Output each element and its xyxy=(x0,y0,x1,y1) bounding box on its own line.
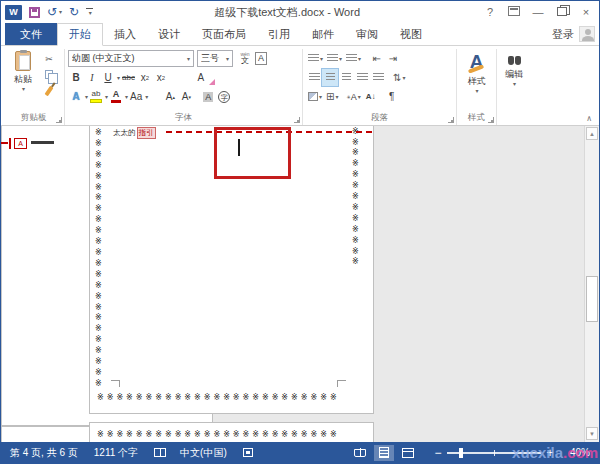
scroll-down-button[interactable]: ▼ xyxy=(586,427,598,440)
sign-in-button[interactable]: 登录 xyxy=(552,23,599,45)
close-button[interactable]: × xyxy=(577,4,595,20)
cut-button[interactable]: ✂ xyxy=(40,51,58,66)
proofing-status-icon[interactable] xyxy=(154,448,166,457)
zoom-out-button[interactable]: − xyxy=(432,446,444,460)
line-spacing-caret-icon: ▾ xyxy=(402,75,405,81)
phonetic-bottom-text: 文 xyxy=(241,57,249,65)
styles-icon: A xyxy=(470,52,484,72)
text-effects-button[interactable]: A xyxy=(68,88,84,105)
increase-indent-button[interactable]: ⇥ xyxy=(385,50,401,67)
justify-button[interactable] xyxy=(354,69,370,86)
collapse-ribbon-button[interactable]: ∧ xyxy=(586,114,592,123)
font-name-combobox[interactable]: 幼圆 (中文正文) ▾ xyxy=(68,50,194,67)
macro-recording-icon[interactable] xyxy=(243,448,253,457)
tab-references[interactable]: 引用 xyxy=(257,23,301,45)
tab-review[interactable]: 审阅 xyxy=(345,23,389,45)
distribute-button[interactable] xyxy=(370,69,386,86)
underline-button[interactable]: U xyxy=(100,69,116,86)
italic-button[interactable]: I xyxy=(84,69,100,86)
highlight-button[interactable]: ab xyxy=(88,88,104,105)
shading-button[interactable]: ▾ xyxy=(306,88,324,105)
vertical-scrollbar[interactable]: ▲ ▼ xyxy=(584,126,599,442)
shading-icon xyxy=(308,92,318,101)
scrollbar-thumb[interactable] xyxy=(586,276,598,322)
asian-layout-a: A xyxy=(351,92,357,102)
word-count[interactable]: 1211 个字 xyxy=(94,446,138,460)
align-center-button[interactable] xyxy=(322,69,338,86)
shrink-font-button[interactable]: A▾ xyxy=(178,88,194,105)
numbering-button[interactable]: ▾ xyxy=(325,50,344,67)
clear-formatting-button[interactable]: A xyxy=(193,69,209,86)
asian-layout-button[interactable]: ✳A▾ xyxy=(344,88,362,105)
font-size-combobox[interactable]: 三号 ▾ xyxy=(197,50,233,67)
language-indicator[interactable]: 中文(中国) xyxy=(180,446,227,460)
ribbon-display-options-button[interactable] xyxy=(505,4,523,20)
minimize-button[interactable]: — xyxy=(529,4,547,20)
copy-button[interactable] xyxy=(40,67,58,82)
group-clipboard: 粘贴 ▾ ✂ 剪贴板 xyxy=(3,49,65,125)
sort-button[interactable]: A↓ xyxy=(363,88,379,105)
document-canvas[interactable]: ※※※※※※※※※※※※※※※※※※※※※※※※ ※※※※※※※※※※※※※※※… xyxy=(1,126,599,442)
read-mode-button[interactable] xyxy=(350,445,370,461)
zoom-level[interactable]: 40% xyxy=(560,447,590,458)
line-spacing-button[interactable]: ⇅▾ xyxy=(391,69,407,86)
text-cursor xyxy=(238,139,240,156)
qat-customize-button[interactable]: ▾ xyxy=(86,8,93,16)
align-left-button[interactable] xyxy=(306,69,322,86)
callout-box[interactable]: A xyxy=(14,138,27,149)
tab-design[interactable]: 设计 xyxy=(147,23,191,45)
web-layout-button[interactable] xyxy=(398,445,418,461)
grow-font-button[interactable]: A▴ xyxy=(162,88,178,105)
group-font: 幼圆 (中文正文) ▾ 三号 ▾ wén 文 A B I U ▾ abc x2 … xyxy=(65,49,303,125)
font-color-button[interactable]: A xyxy=(108,88,124,105)
strikethrough-button[interactable]: abc xyxy=(120,69,137,86)
page-indicator[interactable]: 第 4 页, 共 6 页 xyxy=(10,446,78,460)
styles-button[interactable]: A 样式 ▾ xyxy=(460,49,493,112)
bold-button[interactable]: B xyxy=(68,69,84,86)
print-layout-button[interactable] xyxy=(374,445,394,461)
decrease-indent-button[interactable]: ⇤ xyxy=(369,50,385,67)
scroll-up-button[interactable]: ▲ xyxy=(586,127,598,140)
redo-button[interactable]: ↻ xyxy=(69,6,79,18)
superscript-button[interactable]: x2 xyxy=(153,69,169,86)
tab-page-layout[interactable]: 页面布局 xyxy=(191,23,257,45)
change-case-button[interactable]: Aa xyxy=(128,88,144,105)
save-icon[interactable] xyxy=(29,7,40,18)
justify-icon xyxy=(357,73,368,82)
zoom-slider[interactable] xyxy=(447,452,541,454)
format-painter-button[interactable] xyxy=(40,83,58,98)
zoom-in-button[interactable]: + xyxy=(544,446,556,460)
help-button[interactable]: ? xyxy=(481,4,499,20)
show-marks-button[interactable]: ¶ xyxy=(384,88,400,105)
enclose-characters-button[interactable]: 字 xyxy=(216,88,232,105)
zoom-slider-thumb[interactable] xyxy=(459,448,463,458)
borders-button[interactable]: ⊞▾ xyxy=(324,88,340,105)
multilevel-list-button[interactable]: ▾ xyxy=(344,50,363,67)
paste-caret-icon[interactable]: ▾ xyxy=(22,86,25,92)
paragraph-dialog-launcher[interactable] xyxy=(448,117,454,123)
paste-clipboard-icon xyxy=(15,51,31,71)
subscript-button[interactable]: x2 xyxy=(137,69,153,86)
undo-button[interactable]: ↺ ▾ xyxy=(47,6,62,18)
undo-caret-icon[interactable]: ▾ xyxy=(59,9,62,15)
tab-view[interactable]: 视图 xyxy=(389,23,433,45)
bullets-button[interactable]: ▾ xyxy=(306,50,325,67)
restore-button[interactable] xyxy=(553,4,571,20)
character-border-button[interactable]: A xyxy=(253,50,269,67)
paste-button[interactable]: 粘贴 ▾ xyxy=(6,49,40,112)
multilevel-caret-icon: ▾ xyxy=(358,56,361,62)
document-page-2[interactable]: ※※※※※※※※※※※※※※※※※※※※※※※※※ xyxy=(89,422,374,442)
phonetic-guide-button[interactable]: wén 文 xyxy=(237,50,253,67)
tab-insert[interactable]: 插入 xyxy=(103,23,147,45)
character-shading-button[interactable]: A xyxy=(200,88,216,105)
word-logo-icon[interactable]: W xyxy=(5,5,22,20)
tab-mailings[interactable]: 邮件 xyxy=(301,23,345,45)
align-right-button[interactable] xyxy=(338,69,354,86)
clipboard-dialog-launcher[interactable] xyxy=(56,117,62,123)
tab-file[interactable]: 文件 xyxy=(5,23,57,45)
font-dialog-launcher[interactable] xyxy=(294,117,300,123)
styles-dialog-launcher[interactable] xyxy=(488,117,494,123)
change-case-caret-icon[interactable]: ▾ xyxy=(145,94,148,100)
editing-button[interactable]: 编辑 ▾ xyxy=(500,49,528,112)
tab-home[interactable]: 开始 xyxy=(57,23,103,46)
